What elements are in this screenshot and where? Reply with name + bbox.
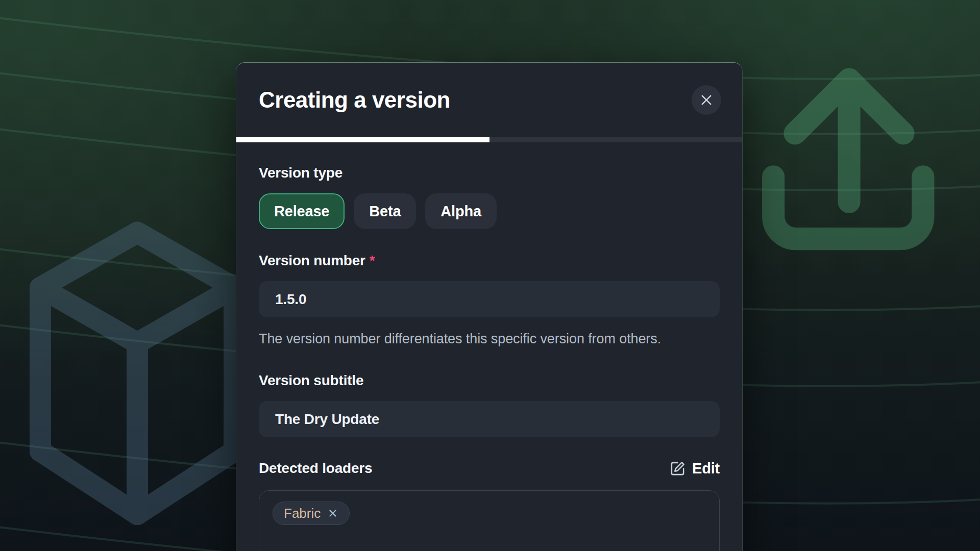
progress-bar (236, 137, 742, 142)
version-number-label-text: Version number (259, 253, 365, 268)
version-number-help: The version number differentiates this s… (259, 328, 698, 350)
progress-fill (236, 137, 489, 142)
version-subtitle-label: Version subtitle (259, 372, 720, 389)
detected-loaders-box: Fabric (259, 490, 720, 551)
close-button[interactable] (692, 85, 721, 115)
loader-chip-label: Fabric (284, 506, 321, 521)
create-version-modal: Creating a version Version type Release … (236, 62, 743, 551)
upload-arrow-icon (739, 46, 955, 279)
detected-loaders-label: Detected loaders (259, 460, 372, 477)
version-type-options: Release Beta Alpha (259, 193, 720, 229)
loader-chip-fabric: Fabric (273, 502, 350, 525)
modal-title: Creating a version (259, 87, 450, 113)
edit-pencil-icon (670, 461, 685, 477)
detected-loaders-row: Detected loaders Edit (259, 460, 720, 477)
remove-x-icon (327, 508, 338, 519)
version-type-option-beta[interactable]: Beta (354, 193, 416, 229)
version-subtitle-input[interactable] (259, 401, 720, 437)
version-type-option-alpha[interactable]: Alpha (425, 193, 497, 229)
version-type-label: Version type (259, 165, 720, 181)
close-icon (699, 93, 714, 107)
remove-loader-button[interactable] (327, 508, 338, 519)
edit-loaders-button[interactable]: Edit (670, 460, 720, 477)
modal-header: Creating a version (236, 63, 742, 137)
edit-label: Edit (692, 460, 720, 477)
version-number-input[interactable] (259, 281, 720, 317)
version-number-label: Version number* (259, 253, 720, 269)
package-cube-icon (24, 218, 250, 531)
version-type-option-release[interactable]: Release (259, 193, 345, 229)
required-asterisk: * (370, 253, 375, 268)
modal-body: Version type Release Beta Alpha Version … (236, 142, 742, 551)
